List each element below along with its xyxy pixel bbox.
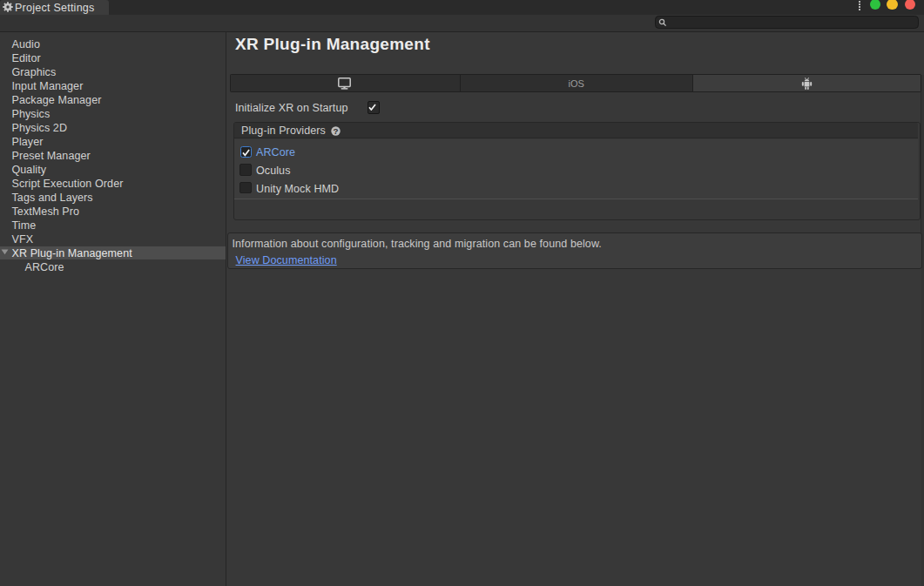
svg-text:?: ? [334,126,339,136]
